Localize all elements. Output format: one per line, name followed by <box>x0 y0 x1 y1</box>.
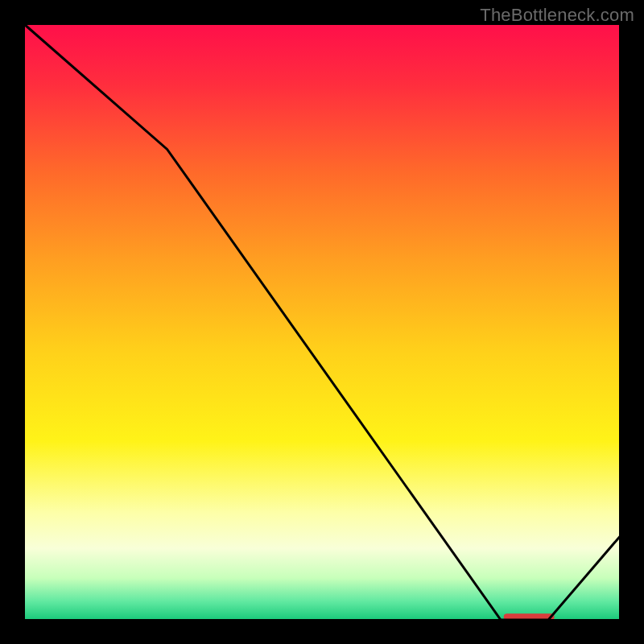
chart-stage: TheBottleneck.com <box>0 0 644 644</box>
bottleneck-chart <box>0 0 644 644</box>
plot-background <box>24 24 620 620</box>
